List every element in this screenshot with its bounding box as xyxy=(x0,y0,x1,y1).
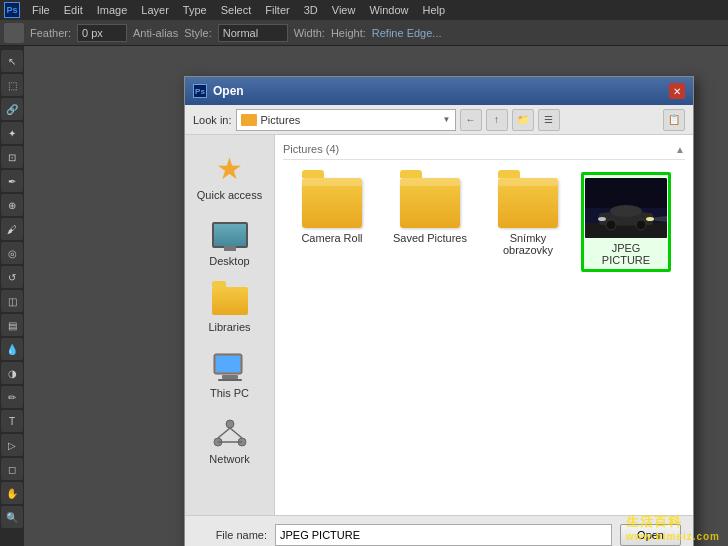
tool-dodge[interactable]: ◑ xyxy=(1,362,23,384)
filename-input[interactable] xyxy=(275,524,612,546)
tool-gradient[interactable]: ▤ xyxy=(1,314,23,336)
open-button[interactable]: Open xyxy=(620,524,681,546)
close-button[interactable]: ✕ xyxy=(669,83,685,99)
tool-crop[interactable]: ⊡ xyxy=(1,146,23,168)
new-folder-button[interactable]: 📋 xyxy=(663,109,685,131)
tool-eraser[interactable]: ◫ xyxy=(1,290,23,312)
sidebar-item-label: Quick access xyxy=(197,189,262,201)
chevron-down-icon: ▼ xyxy=(443,115,451,124)
style-input[interactable] xyxy=(218,24,288,42)
menu-edit[interactable]: Edit xyxy=(58,4,89,16)
left-toolbar: ↖ ⬚ 🔗 ✦ ⊡ ✒ ⊕ 🖌 ◎ ↺ ◫ ▤ 💧 ◑ ✏ T ▷ ◻ ✋ 🔍 xyxy=(0,46,24,546)
tool-text[interactable]: T xyxy=(1,410,23,432)
nav-up-button[interactable]: ↑ xyxy=(486,109,508,131)
desktop-icon xyxy=(212,217,248,253)
sidebar-item-quick-access[interactable]: ★ Quick access xyxy=(190,145,270,207)
menu-file[interactable]: File xyxy=(26,4,56,16)
dialog-titlebar: Ps Open ✕ xyxy=(185,77,693,105)
sidebar-item-label: Desktop xyxy=(209,255,249,267)
sidebar-item-libraries[interactable]: Libraries xyxy=(190,277,270,339)
view-menu-button[interactable]: ☰ xyxy=(538,109,560,131)
folder-icon xyxy=(241,114,257,126)
tool-icon xyxy=(4,23,24,43)
tool-clone[interactable]: ◎ xyxy=(1,242,23,264)
sidebar-item-desktop[interactable]: Desktop xyxy=(190,211,270,273)
folder-icon-snimky xyxy=(498,178,558,228)
svg-point-4 xyxy=(226,420,234,428)
tool-wand[interactable]: ✦ xyxy=(1,122,23,144)
this-pc-icon xyxy=(212,349,248,385)
refine-edge-label[interactable]: Refine Edge... xyxy=(372,27,442,39)
menu-bar: Ps File Edit Image Layer Type Select Fil… xyxy=(0,0,728,20)
sidebar-item-label: This PC xyxy=(210,387,249,399)
tool-pen[interactable]: ✏ xyxy=(1,386,23,408)
tool-hand[interactable]: ✋ xyxy=(1,482,23,504)
create-folder-button[interactable]: 📁 xyxy=(512,109,534,131)
jpeg-thumbnail xyxy=(585,178,667,238)
dialog-bottom: File name: Open Files of type: JPEG (*.J… xyxy=(185,515,693,546)
svg-point-17 xyxy=(598,217,606,221)
scroll-up-icon: ▲ xyxy=(675,144,685,155)
look-in-label: Look in: xyxy=(193,114,232,126)
dialog-body: ★ Quick access Desktop xyxy=(185,135,693,515)
sidebar-item-network[interactable]: Network xyxy=(190,409,270,471)
tool-lasso[interactable]: 🔗 xyxy=(1,98,23,120)
look-in-dropdown[interactable]: Pictures ▼ xyxy=(236,109,456,131)
folder-icon-saved-pictures xyxy=(400,178,460,228)
dialog-title-left: Ps Open xyxy=(193,84,244,98)
folder-count-label: Pictures (4) xyxy=(283,143,339,155)
tool-heal[interactable]: ⊕ xyxy=(1,194,23,216)
svg-rect-1 xyxy=(216,356,240,372)
menu-3d[interactable]: 3D xyxy=(298,4,324,16)
ps-logo-icon: Ps xyxy=(4,2,20,18)
file-item-snimky[interactable]: Snímky obrazovky xyxy=(483,172,573,272)
menu-select[interactable]: Select xyxy=(215,4,258,16)
network-icon xyxy=(212,415,248,451)
libraries-icon xyxy=(212,283,248,319)
height-label: Height: xyxy=(331,27,366,39)
filename-row: File name: Open xyxy=(197,524,681,546)
sidebar-item-this-pc[interactable]: This PC xyxy=(190,343,270,405)
feather-input[interactable] xyxy=(77,24,127,42)
menu-window[interactable]: Window xyxy=(363,4,414,16)
dialog-overlay: Ps Open ✕ Look in: Pictures ▼ ← ↑ 📁 ☰ 📋 xyxy=(24,46,728,546)
dialog-title: Open xyxy=(213,84,244,98)
tool-marquee[interactable]: ⬚ xyxy=(1,74,23,96)
tool-shape[interactable]: ◻ xyxy=(1,458,23,480)
file-item-label: Saved Pictures xyxy=(393,232,467,244)
menu-help[interactable]: Help xyxy=(417,4,452,16)
options-bar: Feather: Anti-alias Style: Width: Height… xyxy=(0,20,728,46)
quick-access-icon: ★ xyxy=(212,151,248,187)
tool-brush[interactable]: 🖌 xyxy=(1,218,23,240)
anti-alias-label: Anti-alias xyxy=(133,27,178,39)
nav-back-button[interactable]: ← xyxy=(460,109,482,131)
file-item-label: Camera Roll xyxy=(301,232,362,244)
tool-history[interactable]: ↺ xyxy=(1,266,23,288)
file-item-jpeg-picture[interactable]: JPEG PICTURE xyxy=(581,172,671,272)
tool-eyedropper[interactable]: ✒ xyxy=(1,170,23,192)
dialog-ps-logo: Ps xyxy=(193,84,207,98)
menu-type[interactable]: Type xyxy=(177,4,213,16)
sidebar-item-label: Libraries xyxy=(208,321,250,333)
svg-line-8 xyxy=(230,428,242,438)
tool-zoom[interactable]: 🔍 xyxy=(1,506,23,528)
svg-rect-2 xyxy=(222,375,238,379)
menu-filter[interactable]: Filter xyxy=(259,4,295,16)
file-item-saved-pictures[interactable]: Saved Pictures xyxy=(385,172,475,272)
dialog-toolbar: Look in: Pictures ▼ ← ↑ 📁 ☰ 📋 xyxy=(185,105,693,135)
sidebar-item-label: Network xyxy=(209,453,249,465)
svg-point-15 xyxy=(610,205,642,217)
files-grid: Camera Roll Saved Pictures Snímky obrazo… xyxy=(283,168,685,276)
open-dialog: Ps Open ✕ Look in: Pictures ▼ ← ↑ 📁 ☰ 📋 xyxy=(184,76,694,546)
file-area: Pictures (4) ▲ Camera Roll Saved Picture… xyxy=(275,135,693,515)
svg-point-19 xyxy=(636,220,646,230)
folder-count-header: Pictures (4) ▲ xyxy=(283,143,685,160)
file-item-camera-roll[interactable]: Camera Roll xyxy=(287,172,377,272)
menu-layer[interactable]: Layer xyxy=(135,4,175,16)
tool-move[interactable]: ↖ xyxy=(1,50,23,72)
filename-label: File name: xyxy=(197,529,267,541)
menu-view[interactable]: View xyxy=(326,4,362,16)
menu-image[interactable]: Image xyxy=(91,4,134,16)
tool-blur[interactable]: 💧 xyxy=(1,338,23,360)
tool-path[interactable]: ▷ xyxy=(1,434,23,456)
